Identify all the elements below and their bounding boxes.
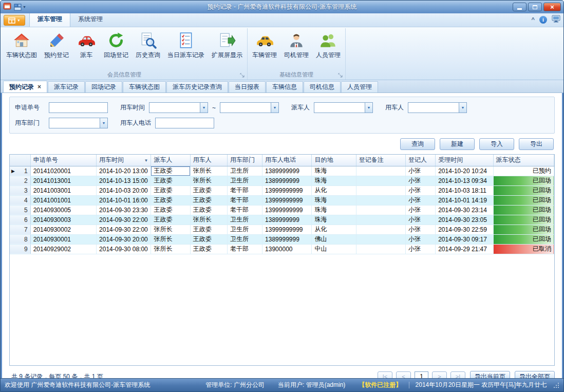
cell-status[interactable]: 已取消 [493, 244, 554, 254]
col-registrar[interactable]: 登记人 [406, 155, 436, 166]
cell-dispatcher[interactable]: 王政委 [151, 176, 190, 185]
row-selector[interactable]: 5 [10, 205, 30, 215]
cell-note[interactable] [356, 176, 405, 185]
chevron-down-icon[interactable]: ▼ [200, 103, 208, 113]
col-status[interactable]: 派车状态 [493, 155, 554, 166]
cell-registrar[interactable]: 小张 [406, 225, 436, 234]
cell-dept[interactable]: 老干部 [227, 195, 262, 205]
collapse-ribbon-icon[interactable]: ^ [532, 16, 535, 23]
cell-registrar[interactable]: 小张 [406, 244, 436, 254]
resize-grip[interactable] [554, 382, 559, 388]
ribbon-tab-system-management[interactable]: 系统管理 [70, 13, 110, 27]
cell-dept[interactable]: 老干部 [227, 205, 262, 215]
cell-status[interactable]: 已回场 [493, 195, 554, 205]
table-row[interactable]: ▶1201410200012014-10-20 13:00王政委张所长卫生所13… [10, 166, 554, 176]
cell-user[interactable]: 张所长 [190, 176, 227, 185]
cell-use-time[interactable]: 2014-09-30 20:00 [97, 234, 151, 244]
cell-user[interactable]: 王政委 [190, 205, 227, 215]
use-time-from-select[interactable]: ▼ [149, 102, 208, 113]
ribbon-button-reservation-register[interactable]: 预约登记 [41, 28, 72, 62]
export-all-pages-button[interactable]: 导出全部页 [515, 371, 555, 378]
row-selector[interactable]: ▶1 [10, 166, 30, 176]
ribbon-button-extended-screen[interactable]: 扩展屏显示 [208, 28, 246, 62]
cell-dest[interactable]: 从化 [312, 225, 356, 234]
row-selector[interactable]: 6 [10, 215, 30, 225]
cell-dispatcher[interactable]: 张所长 [151, 234, 190, 244]
registration-status-link[interactable]: 【软件已注册】 [359, 381, 402, 389]
export-current-page-button[interactable]: 导出当前页 [470, 371, 510, 378]
cell-phone[interactable]: 13999999999 [262, 185, 312, 195]
table-row[interactable]: 9201409290022014-09-30 08:00张所长王政委老干部139… [10, 244, 554, 254]
table-row[interactable]: 2201410130012014-10-13 15:00王政委张所长卫生所138… [10, 176, 554, 185]
cell-user[interactable]: 王政委 [190, 195, 227, 205]
cell-phone[interactable]: 13900000 [262, 244, 312, 254]
cell-registrar[interactable]: 小张 [406, 176, 436, 185]
ribbon-button-vehicle-manage[interactable]: 车辆管理 [249, 28, 280, 62]
cell-use-time[interactable]: 2014-10-20 13:00 [97, 166, 151, 176]
cell-phone[interactable]: 13999999999 [262, 205, 312, 215]
new-button[interactable]: 新建 [440, 138, 475, 150]
dept-select[interactable]: ▼ [49, 118, 108, 128]
cell-apply-no[interactable]: 20141003001 [30, 185, 96, 195]
ribbon-button-personnel-manage[interactable]: 人员管理 [312, 28, 344, 62]
tab-dispatch-records[interactable]: 派车记录 [48, 81, 85, 92]
cell-use-time[interactable]: 2014-09-30 22:00 [97, 225, 151, 234]
cell-dest[interactable]: 中山 [312, 244, 356, 254]
ribbon-button-today-dispatch-records[interactable]: 当日派车记录 [164, 28, 208, 62]
prev-page-button[interactable]: < [396, 371, 411, 379]
tab-daily-report[interactable]: 当日报表 [229, 81, 266, 92]
cell-status[interactable]: 已回场 [493, 185, 554, 195]
cell-phone[interactable]: 1389999999 [262, 176, 312, 185]
chevron-down-icon[interactable]: ▼ [100, 118, 107, 128]
col-note[interactable]: 登记备注 [356, 155, 405, 166]
table-row[interactable]: 5201409300052014-09-30 23:30王政委王政委老干部139… [10, 205, 554, 215]
cell-accept-time[interactable]: 2014-10-20 10:24 [436, 166, 493, 176]
first-page-button[interactable]: |< [378, 371, 392, 379]
cell-dest[interactable]: 珠海 [312, 176, 356, 185]
cell-user[interactable]: 王政委 [190, 225, 227, 234]
cell-accept-time[interactable]: 2014-09-30 09:17 [436, 234, 493, 244]
cell-dept[interactable]: 卫生所 [227, 176, 262, 185]
cell-dest[interactable]: 佛山 [312, 234, 356, 244]
cell-dest[interactable]: 珠海 [312, 215, 356, 225]
ribbon-button-driver-manage[interactable]: 司机管理 [280, 28, 312, 62]
apply-no-input[interactable] [49, 102, 108, 113]
cell-status[interactable]: 已回场 [493, 205, 554, 215]
cell-note[interactable] [356, 185, 405, 195]
last-page-button[interactable]: >| [450, 371, 465, 379]
cell-use-time[interactable]: 2014-10-03 20:00 [97, 185, 151, 195]
cell-registrar[interactable]: 小张 [406, 215, 436, 225]
col-dispatcher[interactable]: 派车人 [151, 155, 190, 166]
row-selector[interactable]: 2 [10, 176, 30, 185]
chevron-down-icon[interactable]: ▼ [271, 103, 278, 113]
cell-use-time[interactable]: 2014-09-30 22:00 [97, 215, 151, 225]
export-button[interactable]: 导出 [519, 138, 554, 150]
cell-note[interactable] [356, 225, 405, 234]
ribbon-button-history-query[interactable]: 历史查询 [132, 28, 164, 62]
tab-return-records[interactable]: 回场记录 [85, 81, 122, 92]
cell-apply-no[interactable]: 20141001001 [30, 195, 96, 205]
col-dept[interactable]: 用车部门 [227, 155, 262, 166]
ribbon-button-dispatch[interactable]: 派车 [72, 28, 100, 62]
cell-status[interactable]: 已回场 [493, 225, 554, 234]
group-dialog-launcher-icon[interactable] [338, 72, 343, 80]
cell-accept-time[interactable]: 2014-09-30 22:59 [436, 225, 493, 234]
minimize-button[interactable] [513, 3, 527, 11]
cell-note[interactable] [356, 205, 405, 215]
screen-switch-icon[interactable] [552, 15, 560, 24]
cell-accept-time[interactable]: 2014-10-01 14:19 [436, 195, 493, 205]
close-button[interactable]: × [543, 3, 561, 11]
chevron-down-icon[interactable]: ▼ [365, 103, 372, 113]
cell-apply-no[interactable]: 20141020001 [30, 166, 96, 176]
cell-dept[interactable]: 老干部 [227, 185, 262, 195]
cell-status[interactable]: 已预约 [493, 166, 554, 176]
help-icon[interactable]: i [539, 16, 547, 24]
cell-registrar[interactable]: 小张 [406, 195, 436, 205]
cell-phone[interactable]: 1389999999 [262, 215, 312, 225]
layout-quick-icon[interactable]: ▼ [14, 4, 26, 11]
close-tab-icon[interactable]: × [37, 83, 41, 90]
cell-user[interactable]: 张所长 [190, 215, 227, 225]
ribbon-button-return-register[interactable]: 回场登记 [100, 28, 132, 62]
col-use-time[interactable]: ▼用车时间 [97, 155, 151, 166]
cell-dispatcher[interactable]: 王政委 [151, 195, 190, 205]
